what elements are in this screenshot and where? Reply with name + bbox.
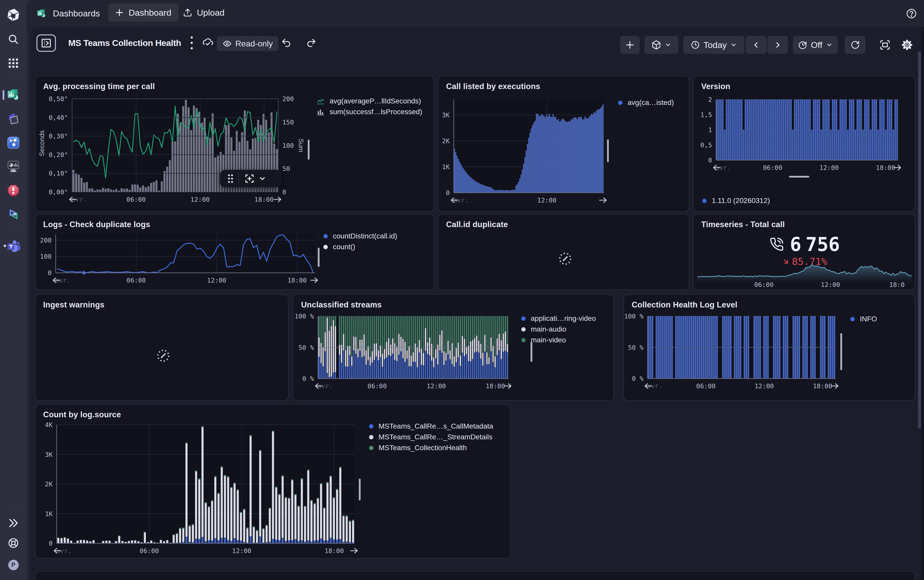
sidebar-item-dashboards[interactable] — [0, 88, 27, 102]
svg-text:0,5: 0,5 — [700, 142, 712, 149]
zoom-select-icon[interactable] — [244, 173, 255, 184]
chart-scrollbar-thumb[interactable] — [308, 140, 310, 160]
svg-text:Seconds: Seconds — [38, 130, 46, 156]
toggle-panel-button[interactable] — [36, 35, 56, 52]
legend-dot — [369, 446, 374, 450]
read-only-badge[interactable]: Read-only — [217, 36, 278, 51]
legend-item[interactable]: avg(ca…isted) — [618, 97, 674, 108]
legend-label: sum(successf…lsProcessed) — [329, 108, 422, 116]
chart-version[interactable]: 00,511,52avr.06:0012:0018:00 — [693, 76, 915, 212]
svg-text:Sum: Sum — [297, 138, 305, 152]
svg-text:12:00: 12:00 — [191, 196, 210, 203]
upload-button[interactable]: Upload — [183, 3, 225, 21]
search-icon[interactable] — [0, 31, 27, 47]
legend-item[interactable]: main-audio — [521, 324, 596, 334]
new-dashboard-button[interactable]: Dashboard — [108, 3, 178, 21]
breadcrumb-label: Dashboards — [53, 8, 100, 18]
sidebar-item-alerts[interactable] — [0, 183, 27, 198]
undo-icon[interactable] — [278, 35, 294, 51]
time-range-button[interactable]: Today — [683, 36, 744, 54]
more-options-icon[interactable] — [185, 35, 198, 51]
sidebar-item-packages[interactable] — [0, 112, 27, 126]
legend-dot — [521, 338, 525, 342]
logscale-logo-icon[interactable] — [0, 8, 27, 21]
legend-item[interactable]: MSTeams_CallRe…_StreamDetails — [369, 432, 493, 442]
chevron-left-icon — [752, 41, 760, 49]
chart-scrollbar-thumb[interactable] — [607, 139, 609, 162]
chart-legend: MSTeams_CallRe…s_CallMetadataMSTeams_Cal… — [369, 421, 493, 453]
legend-label: avg(ca…isted) — [628, 99, 674, 107]
chevron-down-icon — [665, 41, 672, 48]
svg-text:18:00: 18:00 — [876, 164, 895, 171]
package-menu-button[interactable] — [644, 36, 679, 54]
sidebar-expand-icon[interactable] — [0, 516, 27, 530]
panel-version: Version 00,511,52avr.06:0012:0018:001.11… — [693, 76, 915, 212]
cloud-sync-icon[interactable] — [201, 35, 215, 51]
panel-log-level: Collection Health Log Level 0 %50 %100 %… — [623, 294, 915, 401]
chart-scrollbar-thumb[interactable] — [359, 479, 361, 501]
legend-item[interactable]: 1.11.0 (20260312) — [702, 195, 770, 206]
scrollbar-thumb[interactable] — [918, 51, 921, 428]
chart-scrollbar-thumb[interactable] — [789, 176, 809, 178]
legend-label: MSTeams_CallRe…s_CallMetadata — [379, 422, 493, 430]
svg-text:4K: 4K — [45, 421, 53, 428]
chart-legend: avg(ca…isted) — [618, 97, 674, 108]
redo-icon[interactable] — [304, 35, 319, 51]
svg-text:0: 0 — [48, 269, 52, 277]
svg-text:0,40": 0,40" — [49, 114, 68, 121]
chart-unclassified[interactable]: 0 %50 %100 %avr.06:0012:0018:00 — [293, 295, 614, 401]
chart-scrollbar-thumb[interactable] — [318, 248, 320, 267]
legend-item[interactable]: INFO — [850, 314, 877, 325]
chart-scrollbar-thumb[interactable] — [530, 342, 532, 362]
breadcrumb[interactable]: Dashboards — [37, 0, 100, 27]
legend-item[interactable]: avg(averageP…llIdSeconds) — [317, 96, 422, 107]
chart-scrollbar-thumb[interactable] — [840, 333, 842, 370]
sidebar-item-flows[interactable] — [0, 135, 27, 150]
chart-total_call_spark[interactable]: 06:0012:0018:0 — [693, 214, 915, 290]
auto-refresh-button[interactable]: Off — [793, 36, 838, 54]
widget-hover-toolbar — [220, 170, 280, 188]
chart-log_level[interactable]: 0 %50 %100 %avr.06:0012:0018:00 — [624, 295, 915, 401]
svg-text:0: 0 — [446, 189, 450, 196]
svg-text:0,10": 0,10" — [49, 170, 68, 177]
legend-dot — [521, 316, 525, 321]
legend-item[interactable]: MSTeams_CallRe…s_CallMetadata — [369, 421, 493, 432]
avatar-initial: P — [11, 562, 15, 568]
refresh-button[interactable] — [845, 36, 865, 54]
legend-item[interactable]: countDistinct(call.id) — [323, 231, 397, 242]
legend-item[interactable]: count() — [323, 242, 397, 252]
dashboards-icon — [37, 9, 46, 18]
apps-grid-icon[interactable] — [0, 56, 27, 70]
legend-label: countDistinct(call.id) — [333, 232, 397, 240]
panel-ingest-warnings: Ingest warnings — [35, 294, 288, 401]
legend-dot — [369, 435, 374, 439]
add-widget-button[interactable] — [620, 36, 640, 54]
help-lifebuoy-icon[interactable] — [0, 536, 27, 550]
fullscreen-icon[interactable] — [876, 36, 894, 54]
sidebar-item-msteams[interactable] — [0, 239, 27, 254]
svg-text:0 %: 0 % — [302, 375, 314, 382]
svg-text:100: 100 — [40, 253, 52, 260]
svg-text:100 %: 100 % — [624, 313, 644, 320]
svg-text:06:00: 06:00 — [763, 164, 782, 171]
legend-item[interactable]: MSTeams_CollectionHealth — [369, 442, 493, 453]
sidebar-item-interactions[interactable] — [0, 207, 27, 221]
legend-dot — [850, 317, 855, 321]
next-range-button[interactable] — [768, 36, 788, 54]
svg-text:1K: 1K — [442, 163, 450, 171]
settings-gear-icon[interactable] — [898, 36, 916, 54]
sidebar-item-reports[interactable] — [0, 159, 27, 174]
help-icon[interactable] — [906, 8, 917, 20]
chart-call_listed[interactable]: 01K2K3Kavr.12:00 — [438, 76, 689, 212]
user-avatar[interactable]: P — [0, 559, 27, 571]
legend-item[interactable]: applicati…ring-video — [521, 313, 596, 324]
legend-item[interactable]: main-video — [521, 334, 596, 346]
svg-text:2K: 2K — [45, 480, 53, 488]
previous-range-button[interactable] — [746, 36, 767, 54]
legend-item[interactable]: sum(successf…lsProcessed) — [317, 107, 422, 117]
chevron-down-icon[interactable] — [258, 175, 267, 183]
svg-text:150: 150 — [282, 119, 294, 126]
svg-text:2: 2 — [708, 96, 712, 104]
drag-handle-icon[interactable] — [228, 174, 233, 183]
chart-legend: countDistinct(call.id)count() — [323, 231, 397, 252]
